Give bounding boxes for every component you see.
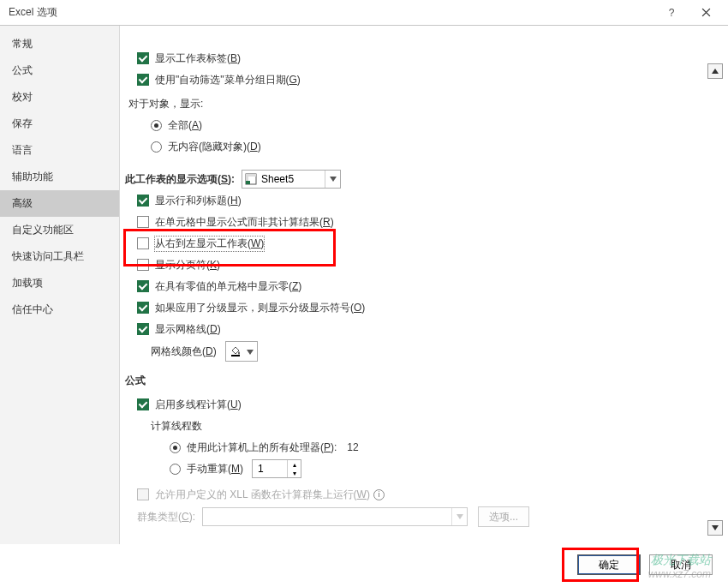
cluster-type-row: 群集类型(C): 选项...: [125, 506, 702, 527]
spinner-value: 1: [253, 460, 287, 477]
sidebar-item-trust-center[interactable]: 信任中心: [0, 296, 119, 323]
radio-label: 使用此计算机上的所有处理器(P):: [187, 440, 337, 455]
radio-objects-none[interactable]: 无内容(隐藏对象)(D): [125, 137, 702, 156]
option-page-breaks[interactable]: 显示分页符(K): [125, 255, 702, 274]
option-label: 在单元格中显示公式而非其计算结果(R): [155, 215, 334, 230]
gridline-color-label: 网格线颜色(D): [151, 344, 217, 359]
option-show-zeros[interactable]: 在具有零值的单元格中显示零(Z): [125, 277, 702, 296]
radio-objects-all[interactable]: 全部(A): [125, 116, 702, 135]
gridline-color-row: 网格线颜色(D): [125, 341, 702, 362]
option-label: 显示行和列标题(H): [155, 194, 242, 208]
option-label: 在具有零值的单元格中显示零(Z): [155, 279, 301, 294]
sidebar-item-advanced[interactable]: 高级: [0, 190, 119, 217]
radio-label: 无内容(隐藏对象)(D): [168, 140, 261, 154]
option-label: 使用"自动筛选"菜单分组日期(G): [155, 73, 301, 87]
radio-icon: [170, 442, 181, 453]
option-label: 启用多线程计算(U): [155, 398, 242, 412]
help-button[interactable]: ?: [654, 1, 689, 25]
cluster-options-button: 选项...: [478, 506, 529, 527]
option-udf-cluster: 允许用户定义的 XLL 函数在计算群集上运行(W) i: [125, 485, 702, 504]
content-pane: 显示工作表标签(B) 使用"自动筛选"菜单分组日期(G) 对于对象，显示: 全部…: [120, 26, 728, 544]
cluster-type-combo: [202, 507, 468, 526]
option-multithread[interactable]: 启用多线程计算(U): [125, 395, 702, 414]
threads-spinner[interactable]: 1 ▴ ▾: [252, 459, 301, 478]
option-gridlines[interactable]: 显示网格线(D): [125, 320, 702, 338]
checkbox-icon: [137, 280, 149, 292]
option-label: 允许用户定义的 XLL 函数在计算群集上运行(W): [155, 488, 370, 502]
svg-rect-3: [246, 181, 250, 184]
chevron-down-icon: [247, 345, 254, 357]
option-row-col-headers[interactable]: 显示行和列标题(H): [125, 191, 702, 210]
option-label: 显示工作表标签(B): [155, 51, 241, 66]
checkbox-icon: [137, 52, 149, 64]
info-icon[interactable]: i: [373, 489, 385, 500]
sidebar-item-addins[interactable]: 加载项: [0, 270, 119, 296]
sheet-selector-combo[interactable]: Sheet5: [242, 170, 341, 189]
cancel-button[interactable]: 取消: [649, 554, 713, 575]
scroll-up-button[interactable]: [707, 63, 723, 79]
combo-value: Sheet5: [260, 173, 325, 185]
title-bar: Excel 选项 ?: [0, 0, 728, 26]
threads-header: 计算线程数: [125, 416, 702, 435]
scroll-down-button[interactable]: [707, 520, 723, 536]
cluster-type-label: 群集类型(C):: [137, 510, 195, 524]
radio-icon: [170, 464, 181, 475]
sheet-display-header: 此工作表的显示选项(S):: [125, 172, 235, 187]
ok-button[interactable]: 确定: [577, 554, 641, 575]
checkbox-icon: [137, 488, 149, 500]
option-autofilter-grouping[interactable]: 使用"自动筛选"菜单分组日期(G): [125, 70, 702, 89]
gridline-color-picker[interactable]: [225, 341, 258, 362]
checkbox-icon: [137, 216, 149, 228]
sidebar-item-save[interactable]: 保存: [0, 111, 119, 137]
sidebar-item-quick-access[interactable]: 快速访问工具栏: [0, 243, 119, 270]
radio-label: 手动重算(M): [187, 462, 243, 476]
spinner-up-icon[interactable]: ▴: [288, 460, 301, 469]
option-label: 如果应用了分级显示，则显示分级显示符号(O): [155, 301, 365, 315]
radio-threads-manual[interactable]: 手动重算(M) 1 ▴ ▾: [125, 459, 702, 478]
chevron-down-icon: [325, 171, 340, 188]
checkbox-icon: [137, 398, 149, 410]
checkbox-icon: [137, 74, 149, 86]
dialog-footer: 确定 取消: [0, 544, 728, 585]
checkbox-icon: [137, 195, 149, 207]
checkbox-icon: [137, 302, 149, 314]
spinner-down-icon[interactable]: ▾: [288, 469, 301, 477]
sidebar-item-language[interactable]: 语言: [0, 137, 119, 164]
option-label: 显示分页符(K): [155, 258, 220, 273]
checkbox-icon: [137, 237, 149, 249]
paint-bucket-icon: [230, 344, 242, 359]
sidebar-item-customize-ribbon[interactable]: 自定义功能区: [0, 217, 119, 243]
formulas-section-header: 公式: [125, 374, 702, 388]
checkbox-icon: [137, 259, 149, 271]
radio-icon: [151, 120, 162, 131]
objects-show-header: 对于对象，显示:: [125, 94, 702, 113]
svg-rect-4: [231, 355, 240, 356]
option-outline-symbols[interactable]: 如果应用了分级显示，则显示分级显示符号(O): [125, 298, 702, 317]
checkbox-icon: [137, 323, 149, 335]
option-right-to-left[interactable]: 从右到左显示工作表(W): [125, 234, 702, 253]
sidebar-item-accessibility[interactable]: 辅助功能: [0, 164, 119, 190]
worksheet-icon: [242, 171, 260, 188]
sidebar-item-formulas[interactable]: 公式: [0, 57, 119, 84]
processor-count: 12: [347, 441, 358, 453]
option-label: 显示网格线(D): [155, 322, 221, 337]
option-show-sheet-tabs[interactable]: 显示工作表标签(B): [125, 49, 702, 68]
option-show-formulas[interactable]: 在单元格中显示公式而非其计算结果(R): [125, 213, 702, 231]
close-button[interactable]: [689, 1, 723, 25]
radio-icon: [151, 141, 162, 153]
radio-threads-all[interactable]: 使用此计算机上的所有处理器(P): 12: [125, 438, 702, 457]
option-label: 从右到左显示工作表(W): [155, 237, 264, 251]
sidebar-item-general[interactable]: 常规: [0, 31, 119, 57]
sheet-display-header-row: 此工作表的显示选项(S): Sheet5: [125, 170, 702, 189]
chevron-down-icon: [451, 508, 467, 525]
sidebar-item-proofing[interactable]: 校对: [0, 84, 119, 111]
main-area: 常规 公式 校对 保存 语言 辅助功能 高级 自定义功能区 快速访问工具栏 加载…: [0, 26, 728, 544]
spinner-buttons[interactable]: ▴ ▾: [287, 460, 301, 477]
window-title: Excel 选项: [9, 5, 654, 20]
sidebar: 常规 公式 校对 保存 语言 辅助功能 高级 自定义功能区 快速访问工具栏 加载…: [0, 26, 120, 544]
radio-label: 全部(A): [168, 118, 202, 133]
